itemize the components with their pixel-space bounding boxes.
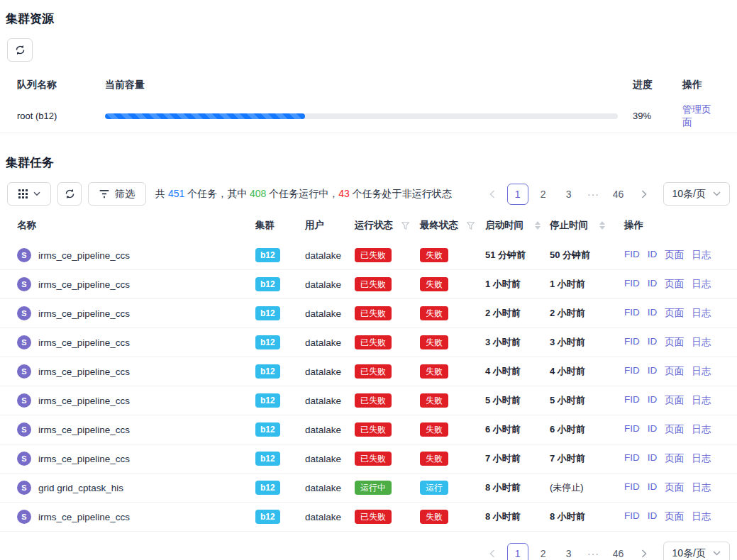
page-link[interactable]: 页面: [665, 336, 684, 349]
log-link[interactable]: 日志: [692, 336, 711, 349]
actions-cell: FIDID页面日志: [624, 365, 720, 378]
fid-link[interactable]: FID: [624, 336, 640, 349]
stop-time-cell: 7 小时前: [550, 452, 624, 465]
stop-time-header: 停止时间: [550, 219, 624, 232]
prev-page-button[interactable]: [482, 184, 503, 205]
log-link[interactable]: 日志: [692, 452, 711, 465]
page-link[interactable]: 页面: [665, 365, 684, 378]
fid-link[interactable]: FID: [624, 481, 640, 494]
fid-link[interactable]: FID: [624, 510, 640, 523]
resources-action-header: 操作: [667, 79, 720, 91]
pagination-ellipsis[interactable]: ···: [584, 548, 604, 559]
page-link[interactable]: 页面: [665, 307, 684, 320]
page-button-2[interactable]: 2: [533, 543, 554, 560]
page-button-1[interactable]: 1: [507, 184, 528, 205]
page-link[interactable]: 页面: [665, 394, 684, 407]
run-status-badge: 已失败: [355, 452, 392, 466]
final-status-badge: 失败: [420, 393, 448, 408]
start-time-cell: 5 小时前: [485, 394, 550, 407]
manage-page-link[interactable]: 管理页面: [682, 104, 711, 128]
pagination-ellipsis[interactable]: ···: [584, 189, 604, 200]
final-status-badge: 失败: [420, 335, 448, 349]
right-chevron-icon: [641, 549, 647, 558]
fid-link[interactable]: FID: [624, 307, 640, 320]
final-status-cell: 失败: [420, 452, 485, 466]
start-time-cell: 8 小时前: [485, 510, 550, 523]
avatar: S: [17, 335, 31, 349]
resources-section-title: 集群资源: [0, 0, 737, 27]
page-size-select[interactable]: 10条/页: [663, 182, 730, 206]
start-time-cell: 3 小时前: [485, 336, 550, 349]
run-status-badge: 已失败: [355, 306, 392, 320]
id-link[interactable]: ID: [648, 307, 658, 320]
page-link[interactable]: 页面: [665, 249, 684, 262]
run-status-cell: 已失败: [355, 393, 420, 408]
fid-link[interactable]: FID: [624, 423, 640, 436]
table-row: Sirms_ce_pipeline_ccsb12datalake已失败失败5 小…: [0, 386, 737, 415]
progress-value: 39%: [618, 111, 667, 121]
page-link[interactable]: 页面: [665, 452, 684, 465]
refresh-resources-button[interactable]: [7, 38, 33, 62]
next-page-button[interactable]: [633, 543, 655, 560]
actions-header: 操作: [624, 219, 720, 232]
fid-link[interactable]: FID: [624, 394, 640, 407]
log-link[interactable]: 日志: [692, 481, 711, 494]
log-link[interactable]: 日志: [692, 365, 711, 378]
id-link[interactable]: ID: [648, 365, 658, 378]
task-name: irms_ce_pipeline_ccs: [38, 454, 130, 464]
run-status-header: 运行状态: [355, 219, 420, 232]
id-link[interactable]: ID: [648, 249, 658, 262]
id-link[interactable]: ID: [648, 452, 658, 465]
summary-count-green: 408: [250, 188, 266, 199]
page-link[interactable]: 页面: [665, 510, 684, 523]
page-button-46[interactable]: 46: [608, 184, 629, 205]
log-link[interactable]: 日志: [692, 510, 711, 523]
start-time: 6 小时前: [485, 424, 521, 435]
prev-page-button[interactable]: [482, 543, 503, 560]
log-link[interactable]: 日志: [692, 423, 711, 436]
name-cell: Sirms_ce_pipeline_ccs: [17, 248, 255, 262]
page-size-select[interactable]: 10条/页: [663, 542, 730, 560]
task-name: irms_ce_pipeline_ccs: [38, 366, 130, 377]
filter-funnel-icon[interactable]: [467, 222, 475, 230]
cluster-badge: b12: [255, 335, 280, 349]
fid-link[interactable]: FID: [624, 278, 640, 291]
stop-time: 7 小时前: [550, 453, 585, 464]
page-button-46[interactable]: 46: [608, 543, 629, 560]
cluster-cell: b12: [255, 422, 305, 437]
page-button-3[interactable]: 3: [558, 543, 580, 560]
sort-icon[interactable]: [535, 221, 541, 230]
refresh-tasks-button[interactable]: [57, 182, 82, 206]
fid-link[interactable]: FID: [624, 365, 640, 378]
capacity-header: 当前容量: [105, 79, 618, 91]
page-button-3[interactable]: 3: [558, 184, 580, 205]
stop-time: 3 小时前: [550, 337, 585, 347]
log-link[interactable]: 日志: [692, 394, 711, 407]
id-link[interactable]: ID: [648, 423, 658, 436]
page-link[interactable]: 页面: [665, 423, 684, 436]
log-link[interactable]: 日志: [692, 278, 711, 291]
page-link[interactable]: 页面: [665, 481, 684, 494]
log-link[interactable]: 日志: [692, 249, 711, 262]
filter-button[interactable]: 筛选: [88, 182, 146, 206]
id-link[interactable]: ID: [648, 278, 658, 291]
log-link[interactable]: 日志: [692, 307, 711, 320]
page-button-2[interactable]: 2: [533, 184, 554, 205]
page-link[interactable]: 页面: [665, 278, 684, 291]
final-status-badge: 失败: [420, 306, 448, 320]
id-link[interactable]: ID: [648, 394, 658, 407]
fid-link[interactable]: FID: [624, 452, 640, 465]
layout-grid-button[interactable]: [7, 182, 51, 206]
start-time-cell: 2 小时前: [485, 307, 550, 320]
id-link[interactable]: ID: [648, 336, 658, 349]
sort-icon[interactable]: [599, 221, 605, 230]
page-button-1[interactable]: 1: [507, 543, 528, 560]
id-link[interactable]: ID: [648, 510, 658, 523]
filter-funnel-icon[interactable]: [401, 222, 409, 230]
filter-icon: [99, 189, 109, 198]
queue-name-header: 队列名称: [17, 79, 105, 91]
fid-link[interactable]: FID: [624, 249, 640, 262]
cluster-badge: b12: [255, 481, 280, 495]
next-page-button[interactable]: [633, 184, 655, 205]
id-link[interactable]: ID: [648, 481, 658, 494]
